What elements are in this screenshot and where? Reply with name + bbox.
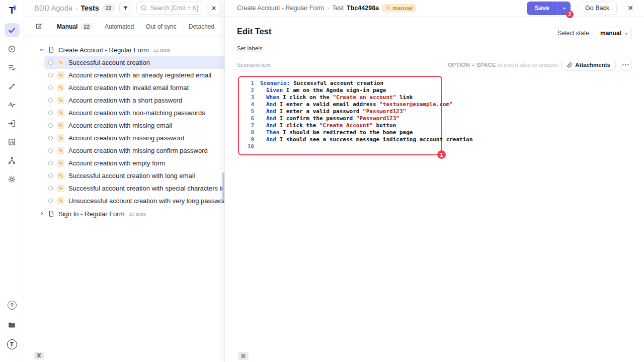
test-title[interactable]: Account creation with missing confirm pa… (68, 147, 208, 154)
code-line[interactable]: 9And I should see a success message indi… (239, 136, 441, 143)
test-status-icon[interactable] (48, 123, 53, 128)
test-row[interactable]: Account creation with a short password (44, 94, 224, 107)
test-row[interactable]: Account creation with missing email (44, 119, 224, 132)
play-circle-icon (8, 45, 16, 53)
test-status-icon[interactable] (48, 60, 53, 65)
more-options-button[interactable]: ··· (620, 59, 632, 71)
filter-button[interactable] (119, 2, 132, 15)
code-line[interactable]: 5And I enter a valid password "Password1… (239, 108, 441, 115)
test-title[interactable]: Account creation with an already registe… (68, 71, 211, 79)
save-button[interactable]: Save (527, 2, 557, 15)
breadcrumb-project[interactable]: BDD Agoda (34, 4, 72, 12)
rail-item-reports[interactable] (5, 135, 20, 149)
breadcrumb-suite[interactable]: Create Account - Regular Form (237, 5, 324, 12)
tab-detached[interactable]: Detached (189, 23, 214, 30)
state-select[interactable]: manual ▼ (595, 27, 632, 39)
chevron-down-icon[interactable] (39, 47, 44, 52)
panel-close-button[interactable]: ✕ (207, 2, 220, 15)
manual-test-icon (57, 185, 64, 192)
rail-item-settings[interactable] (5, 172, 20, 186)
suite-test-count: 12 tests (153, 47, 170, 53)
gherkin-text: I am on the Agoda sign-in page (283, 87, 386, 94)
test-title[interactable]: Account creation with non-matching passw… (68, 109, 205, 117)
test-title[interactable]: Successful account creation with special… (68, 185, 224, 192)
go-back-button[interactable]: Go Back (578, 2, 617, 15)
code-line[interactable]: 8Then I should be redirected to the home… (239, 129, 441, 136)
gherkin-text: I should be redirected to the home page (280, 129, 413, 136)
chart-icon (8, 138, 16, 146)
test-row[interactable]: Successful account creation with special… (44, 182, 224, 195)
test-status-icon[interactable] (48, 85, 53, 90)
select-tests-icon[interactable] (35, 23, 43, 30)
rail-item-about[interactable]: T (5, 337, 20, 351)
attachments-button[interactable]: Attachments (561, 59, 616, 71)
close-icon: ✕ (627, 4, 633, 12)
code-line[interactable]: 2Given I am on the Agoda sign-in page (239, 87, 441, 94)
suite-name[interactable]: Sign In - Regular Form (58, 210, 125, 218)
chevron-right-icon[interactable] (39, 211, 44, 216)
test-row[interactable]: Account creation with missing confirm pa… (44, 144, 224, 157)
test-status-icon[interactable] (48, 199, 53, 203)
tab-manual[interactable]: Manual22 (57, 23, 93, 30)
code-line[interactable]: 4And I enter a valid email address "test… (239, 101, 441, 108)
test-row[interactable]: Account creation with missing password (44, 132, 224, 144)
manual-test-icon (57, 122, 64, 129)
code-line[interactable]: 1Scenario: Successful account creation (239, 80, 441, 87)
test-row[interactable]: Successful account creation with long em… (44, 169, 224, 182)
test-title[interactable]: Successful account creation (68, 59, 150, 66)
tab-label: Out of sync (146, 23, 177, 30)
suite-name[interactable]: Create Account - Regular Form (58, 46, 149, 54)
editor-close-button[interactable]: ✕ (624, 2, 637, 15)
rail-item-pulse[interactable] (5, 98, 20, 112)
line-number: 5 (239, 108, 254, 115)
test-status-icon[interactable] (48, 148, 53, 153)
rail-item-import[interactable] (5, 116, 20, 130)
test-title[interactable]: Account creation with invalid email form… (68, 84, 189, 92)
line-number: 6 (239, 115, 254, 122)
test-status-icon[interactable] (48, 98, 53, 103)
rail-item-help[interactable]: ? (5, 298, 20, 312)
ellipsis-icon: ··· (622, 61, 630, 68)
rail-item-runs[interactable] (5, 42, 20, 56)
manual-test-icon (57, 59, 64, 66)
rail-item-steps[interactable] (5, 79, 20, 93)
tab-automated[interactable]: Automated (105, 23, 134, 30)
test-row[interactable]: Unsuccessful account creation with very … (44, 195, 224, 207)
test-status-icon[interactable] (48, 111, 53, 115)
tests-panel-footer: ⌘ (24, 349, 224, 362)
scenario-code-editor[interactable]: 1Scenario: Successful account creation2G… (238, 76, 442, 155)
test-title[interactable]: Account creation with missing password (68, 134, 185, 142)
breadcrumb-test-id[interactable]: Tbc44298a (347, 5, 379, 12)
test-row[interactable]: Account creation with empty form (44, 157, 224, 169)
test-status-icon[interactable] (48, 186, 53, 191)
test-status-icon[interactable] (48, 173, 53, 178)
code-line[interactable]: 3When I click on the "Create an account"… (239, 94, 441, 101)
code-line[interactable]: 6And I confirm the password "Password123… (239, 115, 441, 122)
suite-row[interactable]: Sign In - Regular Form10 tests (24, 207, 224, 220)
code-line[interactable]: 7And I click the "Create Account" button (239, 122, 441, 129)
test-row[interactable]: Successful account creation (44, 56, 224, 69)
test-row[interactable]: Account creation with non-matching passw… (44, 107, 224, 119)
rail-item-tests[interactable] (5, 23, 20, 37)
rail-item-branches[interactable] (5, 153, 20, 167)
testomat-logo[interactable]: T (9, 4, 15, 17)
rail-item-projects[interactable] (5, 318, 20, 332)
test-status-icon[interactable] (48, 136, 53, 140)
suite-row[interactable]: Create Account - Regular Form12 tests (24, 43, 224, 56)
test-title[interactable]: Account creation with empty form (68, 159, 165, 167)
rail-item-plans[interactable] (5, 60, 20, 74)
test-row[interactable]: Account creation with invalid email form… (44, 81, 224, 94)
breadcrumb-section[interactable]: Tests (80, 4, 99, 12)
app-root: T ?T BDD Agoda › Tests 22 ✕ (0, 0, 644, 362)
test-row[interactable]: Account creation with an already registe… (44, 69, 224, 81)
test-status-icon[interactable] (48, 73, 53, 77)
test-title[interactable]: Unsuccessful account creation with very … (68, 197, 224, 205)
suite-test-count: 10 tests (129, 211, 146, 217)
test-title[interactable]: Successful account creation with long em… (68, 172, 195, 179)
test-title[interactable]: Account creation with missing email (68, 122, 172, 129)
tab-out-of-sync[interactable]: Out of sync (146, 23, 177, 30)
test-status-icon[interactable] (48, 161, 53, 165)
set-labels-link[interactable]: Set labels (237, 45, 263, 51)
test-title[interactable]: Account creation with a short password (68, 97, 182, 104)
code-line[interactable]: 10 (239, 143, 441, 150)
